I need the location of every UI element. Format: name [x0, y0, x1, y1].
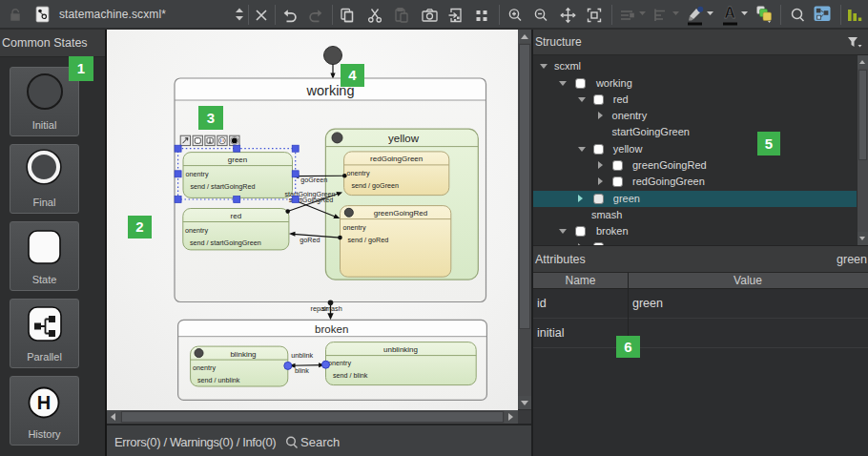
- svg-text:unblinking: unblinking: [383, 345, 418, 354]
- svg-text:yellow: yellow: [388, 133, 420, 144]
- svg-text:unblink: unblink: [291, 351, 313, 360]
- svg-text:send / goRed: send / goRed: [348, 236, 389, 244]
- svg-text:goGreen: goGreen: [300, 176, 327, 184]
- svg-text:send / startGoingGreen: send / startGoingGreen: [190, 238, 261, 247]
- svg-text:redGoingGreen: redGoingGreen: [370, 155, 423, 163]
- svg-text:onentry: onentry: [186, 170, 209, 178]
- svg-text:send / unblink: send / unblink: [197, 376, 240, 384]
- svg-text:send / goGreen: send / goGreen: [352, 181, 400, 190]
- svg-text:send / startGoingRed: send / startGoingRed: [191, 182, 256, 191]
- svg-text:onentry: onentry: [343, 223, 366, 232]
- svg-text:onentry: onentry: [328, 359, 351, 367]
- svg-text:broken: broken: [315, 323, 348, 335]
- svg-text:onentry: onentry: [185, 226, 208, 235]
- svg-text:onentry: onentry: [193, 363, 216, 372]
- svg-text:blinking: blinking: [230, 350, 256, 359]
- svg-text:green: green: [228, 155, 247, 164]
- svg-text:A: A: [724, 5, 735, 21]
- svg-text:goRed: goRed: [300, 236, 320, 244]
- svg-text:smash: smash: [322, 304, 342, 313]
- svg-text:H: H: [37, 392, 51, 413]
- svg-text:blink: blink: [295, 366, 309, 375]
- svg-text:red: red: [231, 212, 242, 220]
- svg-text:greenGoingRed: greenGoingRed: [374, 209, 427, 218]
- svg-text:onentry: onentry: [347, 169, 370, 177]
- svg-text:send / blink: send / blink: [333, 371, 368, 380]
